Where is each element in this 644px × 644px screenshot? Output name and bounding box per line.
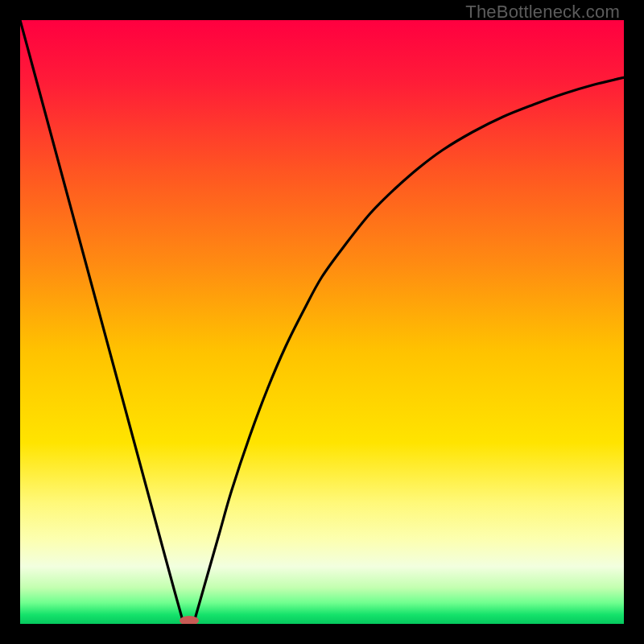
- bottleneck-chart: [20, 20, 624, 624]
- chart-background: [20, 20, 624, 624]
- chart-frame: [20, 20, 624, 624]
